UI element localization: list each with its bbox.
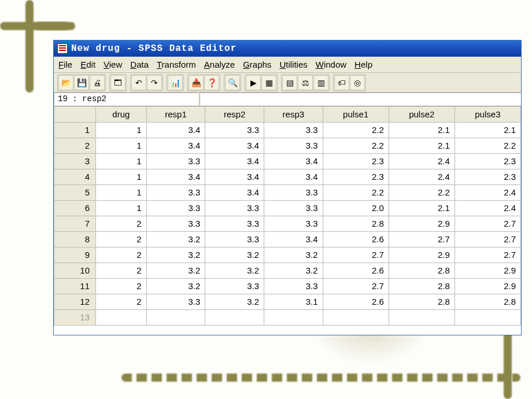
goto-case-icon[interactable]: 📥 (189, 75, 204, 90)
column-header[interactable]: pulse1 (323, 106, 389, 122)
row-header[interactable]: 8 (54, 231, 96, 247)
cell[interactable]: 3.3 (264, 200, 323, 216)
row-header[interactable]: 9 (54, 247, 96, 263)
table-row[interactable]: 1123.23.33.32.72.82.9 (54, 278, 521, 294)
cell[interactable]: 3.4 (146, 122, 205, 138)
cell[interactable]: 3.4 (205, 184, 264, 200)
column-header[interactable]: drug (96, 106, 147, 122)
cell[interactable]: 3.3 (146, 184, 205, 200)
use-sets-icon[interactable]: ◎ (350, 75, 365, 90)
table-row[interactable]: 213.43.43.32.22.12.2 (54, 138, 521, 153)
table-row[interactable]: 923.23.23.22.72.92.7 (54, 247, 521, 263)
undo-icon[interactable]: ↶ (131, 75, 146, 90)
row-header[interactable]: 1 (54, 122, 96, 138)
cell[interactable]: 3.3 (146, 294, 205, 309)
cell[interactable]: 2.2 (323, 184, 389, 200)
row-header[interactable]: 13 (54, 309, 96, 325)
cell[interactable]: 2 (96, 247, 147, 263)
cell[interactable]: 2.1 (455, 122, 520, 138)
menu-transform[interactable]: Transform (157, 60, 196, 69)
table-row[interactable]: 313.33.43.42.32.42.3 (54, 153, 521, 169)
cell[interactable]: 3.2 (264, 247, 323, 263)
cell[interactable]: 2.1 (389, 138, 455, 153)
cell[interactable]: 2.3 (323, 169, 389, 184)
menu-help[interactable]: Help (354, 60, 372, 69)
cell[interactable]: 2.8 (389, 278, 455, 294)
table-row[interactable]: 1023.23.23.22.62.82.9 (54, 263, 521, 278)
cell[interactable]: 2.4 (455, 200, 520, 216)
cell[interactable]: 2.2 (389, 184, 455, 200)
menu-window[interactable]: Window (316, 60, 346, 69)
table-row[interactable]: 613.33.33.32.02.12.4 (54, 200, 521, 216)
cell[interactable]: 2.7 (323, 278, 389, 294)
cell-reference-value[interactable] (200, 93, 521, 106)
dialog-recall-icon[interactable]: 🗔 (110, 75, 125, 90)
cell[interactable]: 2.3 (323, 153, 389, 169)
cell[interactable]: 2.1 (389, 122, 455, 138)
cell[interactable]: 2 (96, 263, 147, 278)
insert-var-icon[interactable]: ▦ (261, 75, 276, 90)
cell[interactable]: 1 (96, 169, 147, 184)
redo-icon[interactable]: ↷ (147, 75, 162, 90)
cell[interactable]: 2.0 (323, 200, 389, 216)
cell[interactable]: 2.9 (455, 263, 520, 278)
cell[interactable]: 3.3 (146, 153, 205, 169)
cell[interactable]: 3.4 (264, 153, 323, 169)
row-header[interactable]: 11 (54, 278, 96, 294)
row-header[interactable]: 4 (54, 169, 96, 184)
cell[interactable]: 1 (96, 184, 147, 200)
data-grid[interactable]: drugresp1resp2resp3pulse1pulse2pulse3 11… (54, 106, 521, 335)
cell[interactable]: 3.3 (205, 122, 264, 138)
cell[interactable]: 2.4 (455, 184, 520, 200)
split-file-icon[interactable]: ▤ (282, 75, 297, 90)
cell[interactable] (455, 309, 520, 325)
cell[interactable]: 1 (96, 200, 147, 216)
cell[interactable]: 2.8 (455, 294, 520, 309)
cell[interactable]: 3.4 (205, 138, 264, 153)
cell[interactable]: 2.4 (389, 153, 455, 169)
cell[interactable]: 3.4 (205, 153, 264, 169)
cell[interactable]: 2.2 (323, 138, 389, 153)
cell[interactable]: 3.2 (146, 247, 205, 263)
cell[interactable]: 2 (96, 231, 147, 247)
cell[interactable]: 2.6 (323, 231, 389, 247)
select-cases-icon[interactable]: ▥ (313, 75, 328, 90)
cell[interactable]: 1 (96, 153, 147, 169)
cell[interactable]: 2.7 (389, 231, 455, 247)
cell-reference-name[interactable]: 19 : resp2 (54, 93, 198, 106)
table-row[interactable]: 113.43.33.32.22.12.1 (54, 122, 521, 138)
cell[interactable]: 2 (96, 278, 147, 294)
value-labels-icon[interactable]: 🏷 (334, 75, 349, 90)
cell[interactable] (205, 309, 264, 325)
cell[interactable]: 2.6 (323, 294, 389, 309)
row-header[interactable]: 6 (54, 200, 96, 216)
cell[interactable]: 3.3 (264, 278, 323, 294)
row-header[interactable]: 2 (54, 138, 96, 153)
cell[interactable]: 3.4 (264, 169, 323, 184)
menu-edit[interactable]: Edit (80, 60, 95, 69)
cell[interactable]: 3.3 (264, 216, 323, 231)
column-header[interactable]: pulse2 (389, 106, 455, 122)
insert-case-icon[interactable]: ▶ (246, 75, 261, 90)
cell[interactable]: 3.4 (205, 169, 264, 184)
cell[interactable]: 1 (96, 138, 147, 153)
column-header[interactable]: resp3 (264, 106, 323, 122)
goto-chart-icon[interactable]: 📊 (168, 75, 183, 90)
variables-icon[interactable]: ❓ (204, 75, 219, 90)
menu-utilities[interactable]: Utilities (279, 60, 307, 69)
weight-icon[interactable]: ⚖ (298, 75, 313, 90)
cell[interactable]: 3.3 (205, 216, 264, 231)
cell[interactable]: 3.3 (146, 200, 205, 216)
table-row[interactable]: 413.43.43.42.32.42.3 (54, 169, 521, 184)
cell[interactable]: 2.7 (323, 247, 389, 263)
cell[interactable]: 3.3 (146, 216, 205, 231)
cell[interactable]: 3.2 (146, 231, 205, 247)
cell[interactable]: 3.4 (264, 231, 323, 247)
column-header[interactable]: resp1 (146, 106, 205, 122)
table-row[interactable]: 1223.33.23.12.62.82.8 (54, 294, 521, 309)
cell[interactable]: 2.8 (323, 216, 389, 231)
cell[interactable]: 2 (96, 294, 147, 309)
save-icon[interactable]: 💾 (74, 75, 89, 90)
cell[interactable]: 2.8 (389, 263, 455, 278)
cell[interactable]: 3.2 (205, 247, 264, 263)
